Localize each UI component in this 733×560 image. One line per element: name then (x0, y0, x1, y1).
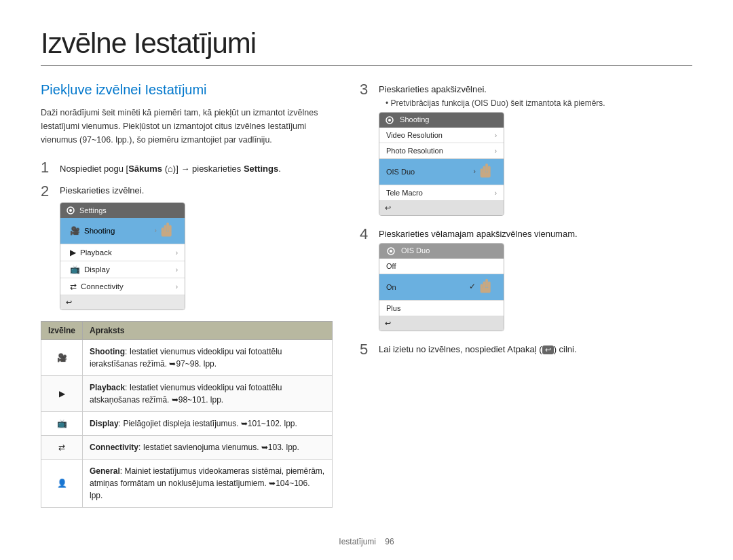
desc-display: Display: Pielāgojiet displeja iestatījum… (83, 412, 333, 436)
arrow-right-2: › (495, 147, 497, 155)
table-header-menu: Izvēlne (41, 322, 83, 340)
ois-back-row: ↩ (379, 316, 504, 331)
arrow-icon-4: › (176, 283, 178, 291)
step-3: 3 Pieskarieties apakšizvēlnei. • Pretvib… (360, 82, 692, 216)
shooting-row-video: Video Resolution › (379, 128, 504, 143)
gear-icon-2 (385, 115, 394, 125)
ois-row-on: On ✓ (379, 274, 504, 301)
ois-back-icon: ↩ (385, 319, 391, 328)
step-3-number: 3 (360, 82, 373, 97)
table-row-shooting: 🎥 Shooting: Iestatiet vienumus videoklip… (41, 340, 333, 376)
step-5-number: 5 (360, 342, 373, 357)
svg-rect-20 (481, 288, 491, 293)
step-5-text: Lai izietu no izvēlnes, nospiediet Atpak… (379, 342, 692, 354)
svg-rect-2 (166, 223, 169, 231)
menu-row-playback: ▶Playback › (60, 244, 185, 261)
step-3-text: Pieskarieties apakšizvēlnei. (379, 82, 692, 94)
back-arrow-icon: ↩ (385, 204, 391, 212)
step-2-text: Pieskarieties izvēlnei. (60, 183, 144, 195)
menu-row-shooting: 🎥Shooting › (60, 218, 185, 244)
table-row-display: 📺 Display: Pielāgojiet displeja iestatīj… (41, 412, 333, 436)
step-1-text: Nospiediet pogu [Sākums (⌂)] → pieskarie… (60, 160, 281, 176)
svg-rect-6 (162, 231, 172, 236)
arrow-right-3: › (474, 168, 476, 175)
desc-general: General: Mainiet iestatījumus videokamer… (83, 460, 333, 508)
step-4-content: Pieskarieties vēlamajam apakšizvēlnes vi… (379, 227, 692, 331)
step-2-content: Pieskarieties izvēlnei. Settings 🎥Shooti… (60, 184, 185, 311)
footer: Iestatījumi 96 (0, 537, 733, 546)
svg-rect-16 (485, 279, 488, 288)
settings-menu-ui: Settings 🎥Shooting › (60, 202, 185, 310)
hand-cursor-3 (478, 278, 497, 297)
main-title: Izvēlne Iestatījumi (41, 27, 692, 60)
shooting-icon: 🎥 (70, 226, 80, 236)
hand-cursor-1 (159, 221, 178, 240)
menu-table: Izvēlne Apraksts 🎥 Shooting: Iestatiet v… (41, 321, 333, 508)
icon-display: 📺 (41, 412, 83, 436)
svg-point-8 (388, 119, 391, 122)
table-header-desc: Apraksts (83, 322, 333, 340)
step-3-bullet: • Pretvibrācijas funkcija (OIS Duo) šeit… (386, 98, 692, 108)
settings-menu-header: Settings (60, 203, 185, 218)
svg-point-1 (69, 209, 72, 212)
table-row-general: 👤 General: Mainiet iestatījumus videokam… (41, 460, 333, 508)
shooting-row-ois: OIS Duo › (379, 159, 504, 185)
hand-cursor-2 (478, 162, 497, 181)
table-row-connectivity: ⇄ Connectivity: Iestatiet savienojuma vi… (41, 436, 333, 460)
ois-selection-ui: OIS Duo Off On ✓ (379, 243, 504, 331)
icon-playback: ▶ (41, 376, 83, 412)
right-column: 3 Pieskarieties apakšizvēlnei. • Pretvib… (360, 82, 692, 508)
checkmark-icon: ✓ (469, 282, 476, 291)
step-1-number: 1 (41, 160, 54, 175)
gear-icon (66, 206, 75, 215)
ois-header: OIS Duo (379, 244, 504, 259)
ois-row-off: Off (379, 259, 504, 274)
arrow-right-4: › (495, 189, 497, 197)
svg-rect-13 (481, 172, 491, 177)
step-1: 1 Nospiediet pogu [Sākums (⌂)] → pieskar… (41, 160, 333, 176)
desc-playback: Playback: Iestatiet vienumus videoklipu … (83, 376, 333, 412)
intro-text: Daži norādījumi šeit minēti kā piemēri t… (41, 106, 333, 147)
step-4: 4 Pieskarieties vēlamajam apakšizvēlnes … (360, 227, 692, 331)
step-4-number: 4 (360, 227, 373, 242)
shooting-row-photo: Photo Resolution › (379, 143, 504, 159)
arrow-icon-2: › (176, 249, 178, 257)
desc-connectivity: Connectivity: Iestatiet savienojuma vien… (83, 436, 333, 460)
title-divider (41, 65, 692, 66)
step-3-content: Pieskarieties apakšizvēlnei. • Pretvibrā… (379, 82, 692, 216)
back-button-icon: ↩ (542, 346, 554, 354)
menu-row-connectivity: ⇄Connectivity › (60, 278, 185, 295)
back-row: ↩ (60, 295, 185, 310)
step-4-text: Pieskarieties vēlamajam apakšizvēlnes vi… (379, 227, 692, 239)
arrow-icon-3: › (176, 266, 178, 274)
icon-shooting: 🎥 (41, 340, 83, 376)
table-row-playback: ▶ Playback: Iestatiet vienumus videoklip… (41, 376, 333, 412)
svg-point-15 (390, 250, 392, 253)
step-5: 5 Lai izietu no izvēlnes, nospiediet Atp… (360, 342, 692, 358)
connectivity-icon: ⇄ (70, 282, 77, 291)
step-2: 2 Pieskarieties izvēlnei. Settings (41, 184, 333, 311)
arrow-icon: › (154, 227, 156, 234)
playback-icon: ▶ (70, 248, 76, 257)
svg-rect-9 (485, 164, 488, 172)
shooting-back-row: ↩ (379, 201, 504, 215)
ois-row-plus: Plus (379, 301, 504, 316)
icon-general: 👤 (41, 460, 83, 508)
icon-connectivity: ⇄ (41, 436, 83, 460)
footer-page: 96 (385, 537, 394, 546)
arrow-right-1: › (495, 132, 497, 139)
step-5-content: Lai izietu no izvēlnes, nospiediet Atpak… (379, 342, 692, 358)
display-icon: 📺 (70, 265, 80, 274)
shooting-row-tele: Tele Macro › (379, 185, 504, 201)
gear-icon-3 (386, 246, 396, 256)
step-2-number: 2 (41, 184, 54, 199)
back-icon: ↩ (66, 298, 72, 307)
footer-text: Iestatījumi (339, 537, 376, 546)
shooting-submenu-ui: Shooting Video Resolution › Photo Resolu… (379, 112, 504, 216)
shooting-submenu-header: Shooting (379, 113, 504, 128)
section-title: Piekļuve izvēlnei Iestatījumi (41, 82, 333, 98)
menu-row-display: 📺Display › (60, 261, 185, 278)
left-column: Piekļuve izvēlnei Iestatījumi Daži norād… (41, 82, 333, 508)
desc-shooting: Shooting: Iestatiet vienumus videoklipu … (83, 340, 333, 376)
